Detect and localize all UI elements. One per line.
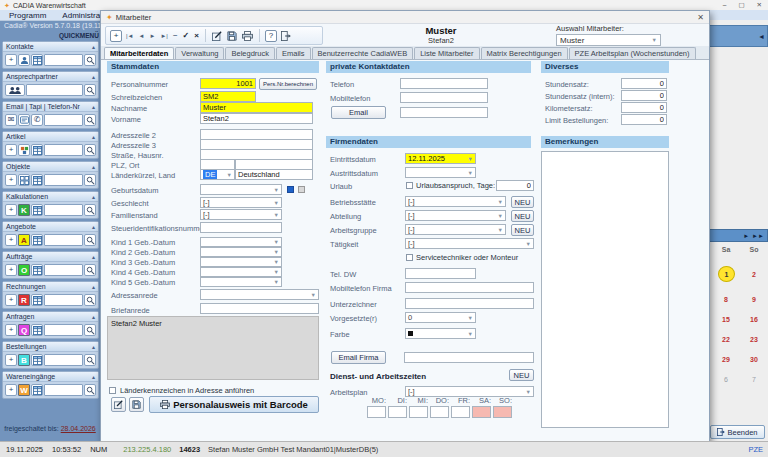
steuerid-field[interactable] [200, 222, 282, 233]
teldw-field[interactable] [405, 268, 476, 279]
geburtsdatum-select[interactable]: ▼ [200, 184, 282, 195]
search-input[interactable] [44, 234, 83, 246]
collapse-icon[interactable]: ▴ [92, 133, 95, 140]
search-input[interactable] [44, 294, 83, 306]
schreibzeichen-field[interactable] [200, 91, 256, 102]
hours-so-field[interactable] [493, 406, 512, 418]
table-icon[interactable] [31, 204, 43, 216]
search-input[interactable] [44, 144, 83, 156]
phone-icon[interactable]: ✆ [31, 114, 43, 126]
hours-sa-field[interactable] [472, 406, 491, 418]
parts-icon[interactable] [18, 144, 30, 156]
add-button[interactable]: + [5, 354, 17, 366]
calendar-cell[interactable]: 2 [741, 271, 767, 278]
neu-arbeitszeiten-button[interactable]: NEU [509, 369, 534, 381]
hours-do-field[interactable] [430, 406, 449, 418]
personalnummer-field[interactable] [200, 78, 256, 89]
people-icon[interactable] [5, 84, 25, 96]
hours-mi-field[interactable] [409, 406, 428, 418]
search-icon[interactable] [84, 294, 96, 306]
tab-liste-mitarbeiter[interactable]: Liste Mitarbeiter [414, 47, 479, 59]
calendar-cell[interactable]: 15 [713, 316, 739, 323]
search-icon[interactable] [84, 234, 96, 246]
help-button[interactable]: ? [265, 30, 277, 42]
close-icon[interactable]: ✕ [757, 1, 762, 9]
tab-pze-arbeitsplan[interactable]: PZE Arbeitsplan (Wochenstunden) [569, 47, 696, 59]
search-icon[interactable] [84, 354, 96, 366]
panel-collapse-icon[interactable]: ◄ [758, 33, 765, 40]
urlaubstage-field[interactable] [496, 180, 534, 191]
tab-mitarbeiterdaten[interactable]: Mitarbeiterdaten [104, 47, 174, 59]
collapse-icon[interactable]: ▴ [92, 373, 95, 380]
collapse-icon[interactable]: ▴ [92, 253, 95, 260]
search-input[interactable] [44, 384, 83, 396]
calendar-mini-icon[interactable] [298, 186, 305, 193]
table-icon[interactable] [31, 324, 43, 336]
edit-icon[interactable] [211, 31, 223, 41]
last-record-button[interactable]: ►| [159, 31, 169, 41]
table-icon[interactable] [31, 384, 43, 396]
calendar-cell[interactable]: 9 [741, 296, 767, 303]
table-icon[interactable] [31, 354, 43, 366]
menu-programm[interactable]: Programm [9, 11, 46, 20]
geschlecht-select[interactable]: [-]▼ [200, 197, 282, 208]
objects-grid-icon[interactable] [18, 174, 30, 186]
table-icon[interactable] [31, 54, 43, 66]
angebot-icon[interactable]: A [18, 234, 30, 246]
rechnung-icon[interactable]: R [18, 294, 30, 306]
land-field[interactable] [235, 169, 313, 180]
new-record-button[interactable]: + [110, 30, 122, 42]
collapse-icon[interactable]: ▴ [92, 343, 95, 350]
calendar-cell[interactable]: 16 [741, 316, 767, 323]
status-pze-link[interactable]: PZE [748, 445, 763, 454]
beenden-button[interactable]: Beenden [710, 425, 765, 439]
mobiltelefon-firma-field[interactable] [405, 282, 534, 293]
search-icon[interactable] [84, 54, 96, 66]
taetigkeit-select[interactable]: [-]▼ [405, 238, 534, 249]
laenderkennzeichen-checkbox[interactable] [109, 387, 116, 394]
kind3-select[interactable]: ▼ [200, 257, 282, 267]
email-icon[interactable]: ✉ [5, 114, 17, 126]
vorname-field[interactable] [200, 113, 313, 124]
neu-betriebsstaette-button[interactable]: NEU [511, 196, 534, 208]
collapse-icon[interactable]: ▴ [92, 193, 95, 200]
collapse-icon[interactable]: ▴ [92, 283, 95, 290]
kind4-select[interactable]: ▼ [200, 267, 282, 277]
adressanrede-select[interactable]: ▼ [200, 289, 319, 300]
table-icon[interactable] [31, 294, 43, 306]
add-button[interactable]: + [5, 294, 17, 306]
window-titlebar[interactable]: ✦ Mitarbeiter ✕ [101, 11, 709, 24]
auftrag-icon[interactable]: O [18, 264, 30, 276]
tab-belegdruck[interactable]: Belegdruck [225, 47, 275, 59]
familienstand-select[interactable]: [-]▼ [200, 209, 282, 220]
kilometersatz-field[interactable] [621, 102, 667, 113]
maximize-icon[interactable]: ▢ [738, 1, 744, 9]
betriebsstaette-select[interactable]: [-]▼ [405, 196, 506, 207]
minimize-icon[interactable]: – [723, 1, 727, 9]
delete-record-button[interactable]: − [172, 31, 179, 41]
save-icon[interactable] [226, 31, 238, 41]
neu-arbeitsgruppe-button[interactable]: NEU [511, 224, 534, 236]
collapse-icon[interactable]: ▴ [92, 43, 95, 50]
telefon-field[interactable] [400, 78, 488, 89]
search-icon[interactable] [84, 324, 96, 336]
hours-fr-field[interactable] [451, 406, 470, 418]
neu-abteilung-button[interactable]: NEU [511, 210, 534, 222]
add-button[interactable]: + [5, 54, 17, 66]
table-icon[interactable] [31, 234, 43, 246]
email-firma-button[interactable]: Email Firma [331, 351, 386, 364]
search-input[interactable] [44, 264, 83, 276]
window-close-icon[interactable]: ✕ [697, 13, 704, 22]
next-record-button[interactable]: ► [148, 31, 156, 41]
search-input[interactable] [44, 174, 83, 186]
search-input[interactable] [44, 354, 83, 366]
add-button[interactable]: + [5, 144, 17, 156]
calendar-today-cell[interactable]: 1 [718, 266, 735, 282]
persnr-berechnen-button[interactable]: Pers.Nr.berechnen [259, 78, 317, 90]
geburtsdatum-checkbox[interactable] [287, 186, 294, 193]
stundensatz-field[interactable] [621, 78, 667, 89]
add-button[interactable]: + [5, 174, 17, 186]
print-icon[interactable] [241, 31, 254, 41]
anfrage-icon[interactable]: Q [18, 324, 30, 336]
table-icon[interactable] [31, 174, 43, 186]
